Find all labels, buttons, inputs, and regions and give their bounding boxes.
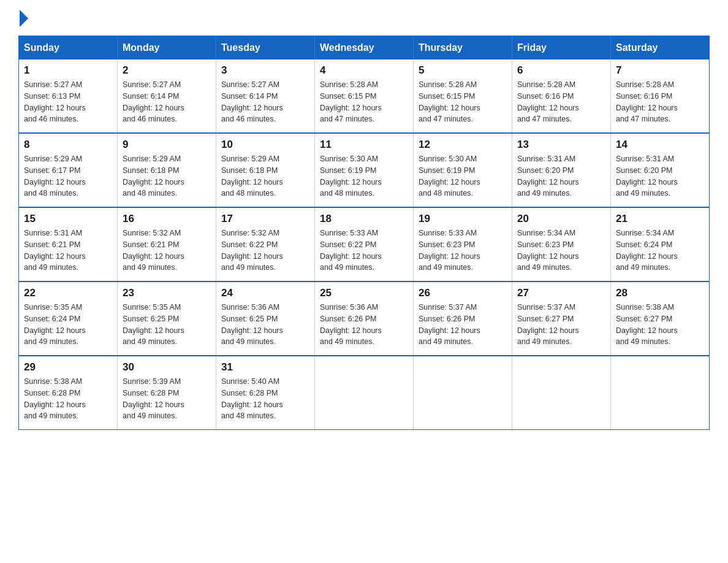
day-number: 28 xyxy=(616,287,704,299)
calendar-cell: 25 Sunrise: 5:36 AM Sunset: 6:26 PM Dayl… xyxy=(315,282,414,356)
calendar-cell: 5 Sunrise: 5:28 AM Sunset: 6:15 PM Dayli… xyxy=(414,59,512,133)
day-info: Sunrise: 5:38 AM Sunset: 6:28 PM Dayligh… xyxy=(24,376,112,422)
day-info: Sunrise: 5:32 AM Sunset: 6:21 PM Dayligh… xyxy=(123,228,211,274)
day-number: 12 xyxy=(419,139,507,151)
logo-arrow-icon xyxy=(20,10,28,27)
calendar-cell: 20 Sunrise: 5:34 AM Sunset: 6:23 PM Dayl… xyxy=(512,207,611,282)
day-number: 20 xyxy=(517,213,605,225)
day-info: Sunrise: 5:39 AM Sunset: 6:28 PM Dayligh… xyxy=(123,376,211,422)
page-header xyxy=(18,12,710,23)
calendar-cell xyxy=(611,356,710,430)
day-number: 13 xyxy=(517,139,605,151)
day-info: Sunrise: 5:28 AM Sunset: 6:16 PM Dayligh… xyxy=(616,79,704,125)
calendar-cell: 31 Sunrise: 5:40 AM Sunset: 6:28 PM Dayl… xyxy=(216,356,315,430)
day-info: Sunrise: 5:31 AM Sunset: 6:20 PM Dayligh… xyxy=(517,153,605,199)
day-number: 30 xyxy=(123,361,211,373)
weekday-header: Monday xyxy=(118,36,216,60)
calendar-cell: 18 Sunrise: 5:33 AM Sunset: 6:22 PM Dayl… xyxy=(315,207,414,282)
calendar-cell: 28 Sunrise: 5:38 AM Sunset: 6:27 PM Dayl… xyxy=(611,282,710,356)
day-info: Sunrise: 5:34 AM Sunset: 6:24 PM Dayligh… xyxy=(616,228,704,274)
day-number: 21 xyxy=(616,213,704,225)
calendar-cell: 14 Sunrise: 5:31 AM Sunset: 6:20 PM Dayl… xyxy=(611,133,710,207)
calendar-week-row: 15 Sunrise: 5:31 AM Sunset: 6:21 PM Dayl… xyxy=(19,207,710,282)
day-number: 16 xyxy=(123,213,211,225)
day-info: Sunrise: 5:32 AM Sunset: 6:22 PM Dayligh… xyxy=(221,228,309,274)
day-info: Sunrise: 5:28 AM Sunset: 6:16 PM Dayligh… xyxy=(517,79,605,125)
calendar-cell: 9 Sunrise: 5:29 AM Sunset: 6:18 PM Dayli… xyxy=(118,133,216,207)
day-info: Sunrise: 5:27 AM Sunset: 6:14 PM Dayligh… xyxy=(221,79,309,125)
day-info: Sunrise: 5:31 AM Sunset: 6:21 PM Dayligh… xyxy=(24,228,112,274)
day-number: 3 xyxy=(221,64,309,77)
day-number: 5 xyxy=(419,64,507,77)
calendar-cell xyxy=(512,356,611,430)
weekday-header: Friday xyxy=(512,36,611,60)
day-number: 19 xyxy=(419,213,507,225)
day-info: Sunrise: 5:33 AM Sunset: 6:22 PM Dayligh… xyxy=(320,228,408,274)
calendar-cell xyxy=(414,356,512,430)
day-number: 22 xyxy=(24,287,112,299)
weekday-header: Saturday xyxy=(611,36,710,60)
weekday-header: Thursday xyxy=(414,36,512,60)
weekday-header: Tuesday xyxy=(216,36,315,60)
day-number: 23 xyxy=(123,287,211,299)
calendar-cell: 13 Sunrise: 5:31 AM Sunset: 6:20 PM Dayl… xyxy=(512,133,611,207)
day-number: 24 xyxy=(221,287,309,299)
day-info: Sunrise: 5:29 AM Sunset: 6:17 PM Dayligh… xyxy=(24,153,112,199)
day-info: Sunrise: 5:35 AM Sunset: 6:25 PM Dayligh… xyxy=(123,302,211,348)
calendar-cell: 1 Sunrise: 5:27 AM Sunset: 6:13 PM Dayli… xyxy=(19,59,118,133)
day-number: 7 xyxy=(616,64,704,77)
day-number: 15 xyxy=(24,213,112,225)
weekday-header: Wednesday xyxy=(315,36,414,60)
calendar-cell: 30 Sunrise: 5:39 AM Sunset: 6:28 PM Dayl… xyxy=(118,356,216,430)
day-info: Sunrise: 5:37 AM Sunset: 6:26 PM Dayligh… xyxy=(419,302,507,348)
day-number: 6 xyxy=(517,64,605,77)
calendar-cell: 22 Sunrise: 5:35 AM Sunset: 6:24 PM Dayl… xyxy=(19,282,118,356)
calendar-cell: 15 Sunrise: 5:31 AM Sunset: 6:21 PM Dayl… xyxy=(19,207,118,282)
day-info: Sunrise: 5:35 AM Sunset: 6:24 PM Dayligh… xyxy=(24,302,112,348)
logo xyxy=(18,12,28,23)
day-info: Sunrise: 5:38 AM Sunset: 6:27 PM Dayligh… xyxy=(616,302,704,348)
calendar-week-row: 29 Sunrise: 5:38 AM Sunset: 6:28 PM Dayl… xyxy=(19,356,710,430)
day-info: Sunrise: 5:27 AM Sunset: 6:14 PM Dayligh… xyxy=(123,79,211,125)
calendar-cell: 16 Sunrise: 5:32 AM Sunset: 6:21 PM Dayl… xyxy=(118,207,216,282)
calendar-table: SundayMondayTuesdayWednesdayThursdayFrid… xyxy=(18,36,710,430)
day-number: 14 xyxy=(616,139,704,151)
day-info: Sunrise: 5:30 AM Sunset: 6:19 PM Dayligh… xyxy=(419,153,507,199)
calendar-cell xyxy=(315,356,414,430)
day-info: Sunrise: 5:29 AM Sunset: 6:18 PM Dayligh… xyxy=(123,153,211,199)
day-info: Sunrise: 5:36 AM Sunset: 6:26 PM Dayligh… xyxy=(320,302,408,348)
day-number: 29 xyxy=(24,361,112,373)
calendar-cell: 24 Sunrise: 5:36 AM Sunset: 6:25 PM Dayl… xyxy=(216,282,315,356)
day-number: 8 xyxy=(24,139,112,151)
day-number: 10 xyxy=(221,139,309,151)
day-info: Sunrise: 5:36 AM Sunset: 6:25 PM Dayligh… xyxy=(221,302,309,348)
day-number: 9 xyxy=(123,139,211,151)
calendar-cell: 7 Sunrise: 5:28 AM Sunset: 6:16 PM Dayli… xyxy=(611,59,710,133)
day-info: Sunrise: 5:33 AM Sunset: 6:23 PM Dayligh… xyxy=(419,228,507,274)
day-number: 1 xyxy=(24,64,112,77)
day-number: 27 xyxy=(517,287,605,299)
calendar-week-row: 8 Sunrise: 5:29 AM Sunset: 6:17 PM Dayli… xyxy=(19,133,710,207)
calendar-cell: 26 Sunrise: 5:37 AM Sunset: 6:26 PM Dayl… xyxy=(414,282,512,356)
day-number: 26 xyxy=(419,287,507,299)
day-number: 4 xyxy=(320,64,408,77)
day-number: 18 xyxy=(320,213,408,225)
day-info: Sunrise: 5:28 AM Sunset: 6:15 PM Dayligh… xyxy=(320,79,408,125)
calendar-header-row: SundayMondayTuesdayWednesdayThursdayFrid… xyxy=(19,36,710,60)
calendar-cell: 27 Sunrise: 5:37 AM Sunset: 6:27 PM Dayl… xyxy=(512,282,611,356)
day-info: Sunrise: 5:27 AM Sunset: 6:13 PM Dayligh… xyxy=(24,79,112,125)
day-number: 17 xyxy=(221,213,309,225)
calendar-cell: 10 Sunrise: 5:29 AM Sunset: 6:18 PM Dayl… xyxy=(216,133,315,207)
calendar-week-row: 22 Sunrise: 5:35 AM Sunset: 6:24 PM Dayl… xyxy=(19,282,710,356)
calendar-cell: 4 Sunrise: 5:28 AM Sunset: 6:15 PM Dayli… xyxy=(315,59,414,133)
day-number: 11 xyxy=(320,139,408,151)
calendar-cell: 6 Sunrise: 5:28 AM Sunset: 6:16 PM Dayli… xyxy=(512,59,611,133)
day-info: Sunrise: 5:40 AM Sunset: 6:28 PM Dayligh… xyxy=(221,376,309,422)
calendar-cell: 11 Sunrise: 5:30 AM Sunset: 6:19 PM Dayl… xyxy=(315,133,414,207)
day-info: Sunrise: 5:30 AM Sunset: 6:19 PM Dayligh… xyxy=(320,153,408,199)
calendar-cell: 19 Sunrise: 5:33 AM Sunset: 6:23 PM Dayl… xyxy=(414,207,512,282)
calendar-cell: 3 Sunrise: 5:27 AM Sunset: 6:14 PM Dayli… xyxy=(216,59,315,133)
calendar-cell: 21 Sunrise: 5:34 AM Sunset: 6:24 PM Dayl… xyxy=(611,207,710,282)
day-info: Sunrise: 5:28 AM Sunset: 6:15 PM Dayligh… xyxy=(419,79,507,125)
calendar-cell: 17 Sunrise: 5:32 AM Sunset: 6:22 PM Dayl… xyxy=(216,207,315,282)
